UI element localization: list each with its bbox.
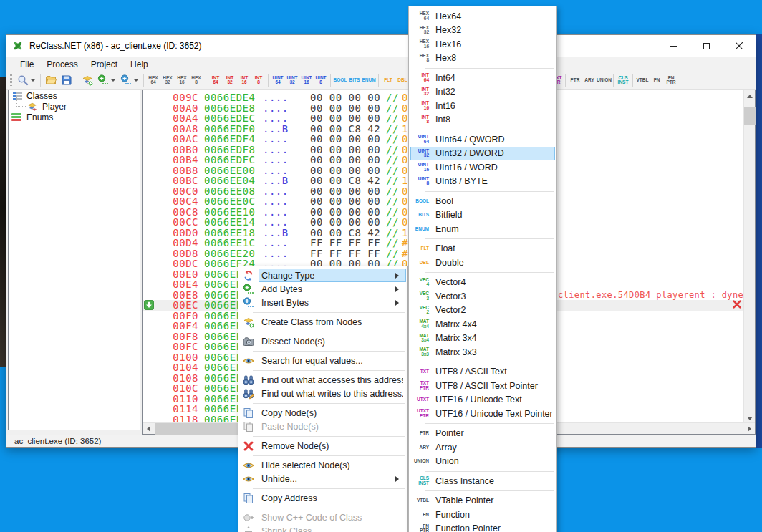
type-button-cls-inst[interactable]: CLSINST <box>616 74 630 87</box>
insert-bytes-button[interactable] <box>118 72 134 88</box>
menu-item-uint16-word[interactable]: UINT16UInt16 / WORD <box>409 160 556 175</box>
type-button-uint-16[interactable]: UINT16 <box>299 74 314 87</box>
type-button-int-8[interactable]: INT8 <box>251 74 266 87</box>
open-project-button[interactable] <box>43 72 59 88</box>
menu-item-function-pointer[interactable]: FNPTRFunction Pointer <box>409 522 556 532</box>
menu-item-double[interactable]: DBLDouble <box>409 256 556 270</box>
menu-item-array[interactable]: ARYArray <box>409 440 556 455</box>
save-project-button[interactable] <box>59 72 74 88</box>
menu-item-uint64-qword[interactable]: UINT64UInt64 / QWORD <box>409 132 556 147</box>
menu-item-utf16-unicode-text-pointer[interactable]: UTXTPTRUTF16 / Unicode Text Pointer <box>409 407 556 421</box>
menu-item-unhide[interactable]: Unhide... <box>238 472 407 485</box>
menu-item-uint32-dword[interactable]: UINT32UInt32 / DWORD <box>409 147 556 161</box>
menu-item-float[interactable]: FLTFloat <box>409 242 556 256</box>
type-button-dbl[interactable]: DBL <box>395 77 410 84</box>
menu-item-create-class-from-nodes[interactable]: Create Class from Nodes <box>238 315 407 329</box>
type-button-union[interactable]: UNION <box>597 77 611 84</box>
type-button-uint-32[interactable]: UINT32 <box>285 74 299 87</box>
type-button-uint-64[interactable]: UINT64 <box>271 74 285 87</box>
scroll-up-button[interactable] <box>744 90 756 102</box>
type-button-ptr[interactable]: PTR <box>568 77 582 84</box>
menu-item-vtable-pointer[interactable]: VTBLVTable Pointer <box>409 494 556 508</box>
menu-help[interactable]: Help <box>124 59 155 69</box>
menu-item-add-bytes[interactable]: Add Bytes <box>238 282 407 296</box>
menu-item-matrix-3x3[interactable]: MAT3x3Matrix 3x3 <box>409 345 556 359</box>
type-button-hex-8[interactable]: HEX8 <box>189 74 203 87</box>
create-class-button[interactable] <box>79 72 95 88</box>
menu-item-class-instance[interactable]: CLSINSTClass Instance <box>409 474 556 488</box>
menu-item-label: Function <box>435 510 552 520</box>
menu-item-label: Create Class from Nodes <box>261 317 403 327</box>
maximize-button[interactable] <box>690 35 723 57</box>
type-button-int-64[interactable]: INT64 <box>208 74 223 87</box>
type-button-ary[interactable]: ARY <box>582 77 597 84</box>
scroll-right-button[interactable] <box>743 423 755 435</box>
menu-file[interactable]: File <box>14 59 40 69</box>
type-button-uint-8[interactable]: UINT8 <box>314 74 328 87</box>
remove-row-icon[interactable] <box>732 299 742 309</box>
search-dropdown-icon[interactable] <box>31 79 35 84</box>
menu-project[interactable]: Project <box>85 59 124 69</box>
type-button-fn-ptr[interactable]: FNPTR <box>664 74 678 87</box>
menu-item-function[interactable]: FNFunction <box>409 508 556 522</box>
menu-item-enum[interactable]: ENUMEnum <box>409 222 556 236</box>
type-button-hex-32[interactable]: HEX32 <box>160 74 175 87</box>
menu-item-utf8-ascii-text[interactable]: TXTUTF8 / ASCII Text <box>409 365 556 379</box>
menu-item-uint8-byte[interactable]: UINT8UInt8 / BYTE <box>409 175 556 189</box>
type-int-8-icon: INT8 <box>410 115 429 125</box>
menu-item-bitfield[interactable]: BITSBitfield <box>409 208 556 223</box>
menu-item-union[interactable]: UNIONUnion <box>409 455 556 469</box>
menu-item-utf8-ascii-text-pointer[interactable]: TXTPTRUTF8 / ASCII Text Pointer <box>409 379 556 393</box>
minimize-button[interactable] <box>657 35 690 57</box>
menu-item-find-out-what-writes-to-this-address[interactable]: Find out what writes to this address... <box>238 387 407 400</box>
type-button-bool[interactable]: BOOL <box>333 77 347 84</box>
menu-item-copy-node-s[interactable]: Copy Node(s) <box>238 406 407 420</box>
type-button-enum[interactable]: ENUM <box>362 77 376 84</box>
search-button[interactable] <box>15 72 31 88</box>
vertical-scroll-thumb[interactable] <box>744 107 756 125</box>
type-button-hex-64[interactable]: HEX64 <box>146 74 160 87</box>
menu-item-int16[interactable]: INT16Int16 <box>409 99 556 113</box>
type-button-int-32[interactable]: INT32 <box>223 74 237 87</box>
type-button-flt[interactable]: FLT <box>381 77 395 84</box>
tree-item-player[interactable]: Player <box>9 101 140 112</box>
menu-process[interactable]: Process <box>40 59 84 69</box>
menu-item-vector4[interactable]: VEC4Vector4 <box>409 276 556 290</box>
type-button-vtbl[interactable]: VTBL <box>635 77 650 84</box>
scroll-left-button[interactable] <box>143 423 154 435</box>
menu-item-utf16-unicode-text[interactable]: UTXTUTF16 / Unicode Text <box>409 393 556 407</box>
menu-item-int8[interactable]: INT8Int8 <box>409 113 556 127</box>
close-button[interactable] <box>723 35 756 57</box>
menu-item-insert-bytes[interactable]: Insert Bytes <box>238 296 407 309</box>
menu-item-hex64[interactable]: HEX64Hex64 <box>409 9 556 24</box>
type-button-bits[interactable]: BITS <box>347 77 362 84</box>
insert-bytes-dropdown-icon[interactable] <box>134 79 138 84</box>
menu-item-vector2[interactable]: VEC2Vector2 <box>409 304 556 318</box>
menu-item-hex32[interactable]: HEX32Hex32 <box>409 24 556 38</box>
menu-item-hex8[interactable]: HEX8Hex8 <box>409 52 556 66</box>
type-button-hex-16[interactable]: HEX16 <box>175 74 189 87</box>
menu-item-search-for-equal-values[interactable]: Search for equal values... <box>238 354 407 367</box>
title-bar[interactable]: ReClass.NET (x86) - ac_client.exe (ID: 3… <box>6 35 756 57</box>
tree-item-classes[interactable]: Classes <box>9 90 140 101</box>
type-button-int-16[interactable]: INT16 <box>237 74 251 87</box>
menu-item-bool[interactable]: BOOLBool <box>409 194 556 208</box>
tree-item-enums[interactable]: Enums <box>9 112 140 122</box>
menu-item-int32[interactable]: INT32Int32 <box>409 85 556 100</box>
menu-item-remove-node-s[interactable]: Remove Node(s) <box>238 439 407 453</box>
menu-item-hide-selected-node-s[interactable]: Hide selected Node(s) <box>238 458 407 472</box>
menu-item-copy-address[interactable]: Copy Address <box>238 491 407 505</box>
menu-item-int64[interactable]: INT64Int64 <box>409 71 556 85</box>
menu-item-change-type[interactable]: Change Type <box>238 269 407 282</box>
menu-item-dissect-node-s[interactable]: Dissect Node(s) <box>238 334 407 348</box>
type-button-fn[interactable]: FN <box>650 77 664 84</box>
menu-item-matrix-3x4[interactable]: MAT3x4Matrix 3x4 <box>409 332 556 346</box>
add-bytes-button[interactable] <box>95 72 111 88</box>
menu-item-find-out-what-accesses-this-address[interactable]: Find out what accesses this address... <box>238 373 407 387</box>
vertical-scrollbar[interactable] <box>743 90 755 424</box>
menu-item-vector3[interactable]: VEC3Vector3 <box>409 289 556 304</box>
menu-item-hex16[interactable]: HEX16Hex16 <box>409 37 556 52</box>
add-bytes-dropdown-icon[interactable] <box>111 79 115 84</box>
menu-item-matrix-4x4[interactable]: MAT4x4Matrix 4x4 <box>409 317 556 332</box>
menu-item-pointer[interactable]: PTRPointer <box>409 427 556 441</box>
